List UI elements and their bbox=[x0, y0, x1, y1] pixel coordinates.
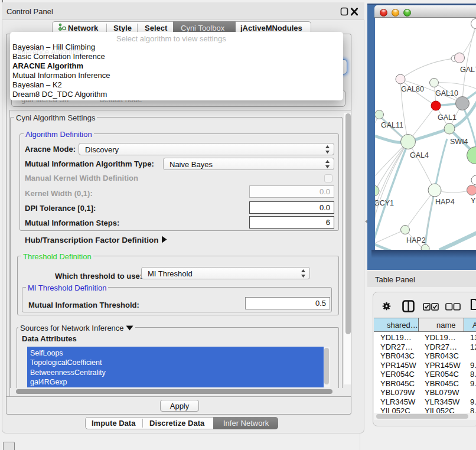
svg-text:GAL1: GAL1 bbox=[438, 113, 457, 122]
svg-text:SWI4: SWI4 bbox=[450, 138, 468, 146]
svg-text:GAL10: GAL10 bbox=[435, 89, 458, 97]
svg-text:YM: YM bbox=[471, 197, 476, 205]
svg-text:GAL80: GAL80 bbox=[401, 85, 424, 93]
svg-text:GAL4: GAL4 bbox=[410, 151, 429, 159]
svg-text:GAL7: GAL7 bbox=[460, 66, 476, 74]
svg-text:HAP2: HAP2 bbox=[406, 236, 426, 244]
svg-text:HAP4: HAP4 bbox=[435, 198, 455, 206]
svg-text:GCY1: GCY1 bbox=[375, 199, 394, 207]
svg-text:GAL11: GAL11 bbox=[381, 121, 403, 129]
